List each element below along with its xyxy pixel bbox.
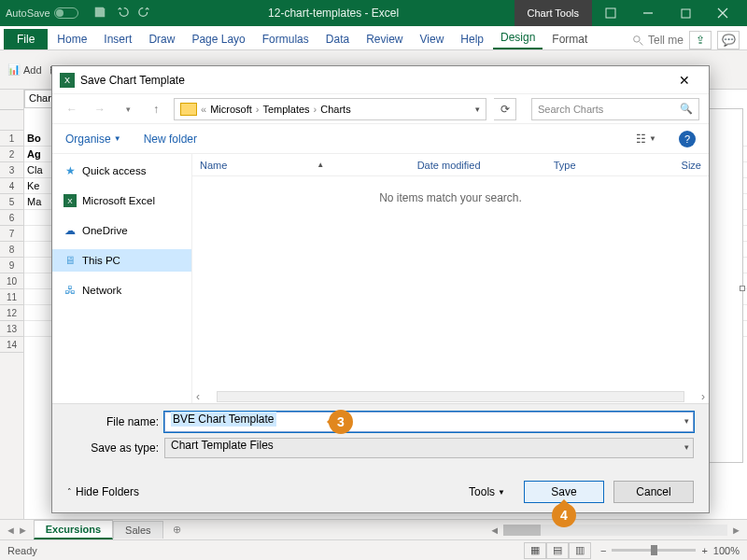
sheet-nav-next-icon[interactable]: ► [18, 525, 28, 536]
file-name-dropdown-icon[interactable]: ▾ [684, 416, 689, 426]
zoom-slider[interactable] [612, 549, 696, 552]
save-as-type-dropdown-icon[interactable]: ▾ [684, 442, 689, 452]
row-header[interactable]: 5 [0, 194, 23, 210]
organise-dropdown[interactable]: Organise▼ [65, 133, 121, 146]
tab-review[interactable]: Review [359, 29, 410, 49]
view-options-icon[interactable]: ☷ ▼ [636, 133, 656, 146]
tab-home[interactable]: Home [49, 29, 94, 49]
row-header[interactable]: 3 [0, 162, 23, 178]
nav-back-icon[interactable]: ← [62, 99, 82, 119]
tab-data[interactable]: Data [318, 29, 357, 49]
help-icon[interactable]: ? [679, 131, 696, 147]
file-name-input[interactable]: BVE Chart Template ▾ [164, 412, 694, 432]
status-bar: Ready ▦ ▤ ▥ − + 100% [0, 539, 747, 560]
comments-icon[interactable]: 💬 [717, 31, 740, 49]
row-header[interactable]: 12 [0, 305, 23, 321]
tab-format[interactable]: Format [544, 29, 595, 49]
autosave-toggle[interactable] [54, 7, 78, 19]
cancel-button[interactable]: Cancel [613, 481, 694, 503]
sheet-tab-sales[interactable]: Sales [113, 521, 163, 539]
nav-forward-icon[interactable]: → [90, 99, 110, 119]
horizontal-scrollbar[interactable] [503, 525, 727, 536]
col-size[interactable]: Size [662, 160, 709, 171]
add-chart-element[interactable]: 📊 Add [7, 63, 42, 76]
sheet-nav-prev-icon[interactable]: ◄ [6, 525, 16, 536]
close-icon[interactable] [704, 0, 741, 26]
minimize-icon[interactable] [629, 0, 667, 26]
search-input[interactable]: Search Charts 🔍 [531, 98, 699, 120]
save-as-type-label: Save as type: [67, 441, 159, 455]
hscroll-left-icon[interactable]: ◄ [489, 525, 500, 536]
zoom-out-icon[interactable]: − [600, 545, 606, 556]
new-sheet-icon[interactable]: ⊕ [163, 524, 190, 536]
col-name[interactable]: Name ▲ [192, 160, 410, 171]
dialog-nav: ← → ▾ ↑ « Microsoft › Templates › Charts… [52, 94, 709, 124]
nav-quick-access[interactable]: ★Quick access [52, 160, 191, 182]
tell-me-search[interactable]: Tell me [632, 34, 684, 47]
row-header[interactable]: 11 [0, 289, 23, 305]
tell-me-label: Tell me [648, 34, 684, 47]
nav-recent-icon[interactable]: ▾ [118, 99, 138, 119]
dialog-close-icon[interactable]: ✕ [668, 67, 701, 93]
refresh-icon[interactable]: ⟳ [494, 98, 516, 120]
row-header[interactable]: 14 [0, 337, 23, 353]
save-icon[interactable] [93, 6, 108, 21]
scroll-right-icon[interactable]: › [698, 390, 709, 403]
excel-icon: X [63, 194, 77, 207]
file-list-hscroll[interactable]: ‹ › [192, 390, 709, 403]
save-as-type-dropdown[interactable]: Chart Template Files ▾ [164, 438, 694, 458]
breadcrumb-segment[interactable]: Charts [320, 104, 350, 115]
svg-line-4 [640, 42, 642, 45]
row-header[interactable]: 8 [0, 242, 23, 258]
tools-dropdown[interactable]: Tools ▼ [469, 485, 505, 498]
hscroll-right-icon[interactable]: ► [731, 525, 741, 536]
tab-page-layout[interactable]: Page Layo [184, 29, 252, 49]
row-header[interactable]: 6 [0, 210, 23, 226]
svg-rect-2 [682, 9, 690, 18]
breadcrumb-segment[interactable]: Templates [262, 104, 309, 115]
nav-onedrive[interactable]: ☁OneDrive [52, 219, 191, 242]
row-header[interactable]: 4 [0, 178, 23, 194]
breadcrumb-segment[interactable]: Microsoft [210, 104, 252, 115]
view-normal-icon[interactable]: ▦ [524, 542, 546, 559]
tab-formulas[interactable]: Formulas [255, 29, 317, 49]
file-list-header: Name ▲ Date modified Type Size [192, 154, 709, 176]
nav-microsoft-excel[interactable]: XMicrosoft Excel [52, 189, 191, 212]
tab-design[interactable]: Design [493, 27, 543, 49]
address-bar[interactable]: « Microsoft › Templates › Charts ▾ [174, 98, 486, 120]
row-header[interactable]: 7 [0, 226, 23, 242]
nav-network[interactable]: 🖧Network [52, 279, 191, 301]
ribbon-display-options-icon[interactable] [592, 0, 629, 26]
new-folder-button[interactable]: New folder [144, 133, 197, 146]
share-icon[interactable]: ⇪ [689, 31, 712, 49]
row-header[interactable]: 2 [0, 147, 23, 162]
pc-icon: 🖥 [63, 254, 77, 267]
tab-draw[interactable]: Draw [141, 29, 182, 49]
tab-file[interactable]: File [4, 29, 48, 49]
row-header[interactable]: 10 [0, 273, 23, 289]
file-name-label: File name: [67, 415, 159, 428]
nav-up-icon[interactable]: ↑ [146, 99, 166, 119]
row-header[interactable]: 9 [0, 258, 23, 273]
tab-view[interactable]: View [413, 29, 452, 49]
row-header[interactable]: 1 [0, 131, 23, 147]
view-page-break-icon[interactable]: ▥ [569, 542, 591, 559]
view-page-layout-icon[interactable]: ▤ [546, 542, 569, 559]
autosave-control[interactable]: AutoSave [6, 7, 78, 19]
tab-insert[interactable]: Insert [96, 29, 139, 49]
hide-folders-toggle[interactable]: ˄ Hide Folders [67, 485, 139, 498]
col-type[interactable]: Type [546, 160, 662, 171]
breadcrumb-dropdown-icon[interactable]: ▾ [475, 105, 480, 114]
row-header[interactable]: 13 [0, 321, 23, 337]
zoom-in-icon[interactable]: + [701, 545, 707, 556]
undo-icon[interactable] [116, 6, 131, 21]
col-date-modified[interactable]: Date modified [410, 160, 546, 171]
tab-help[interactable]: Help [453, 29, 491, 49]
nav-this-pc[interactable]: 🖥This PC [52, 249, 191, 272]
zoom-level[interactable]: 100% [713, 545, 740, 556]
redo-icon[interactable] [138, 6, 153, 21]
dialog-body: ★Quick access XMicrosoft Excel ☁OneDrive… [52, 154, 709, 403]
sheet-tab-excursions[interactable]: Excursions [34, 520, 113, 539]
maximize-icon[interactable] [667, 0, 704, 26]
scroll-left-icon[interactable]: ‹ [192, 390, 204, 403]
